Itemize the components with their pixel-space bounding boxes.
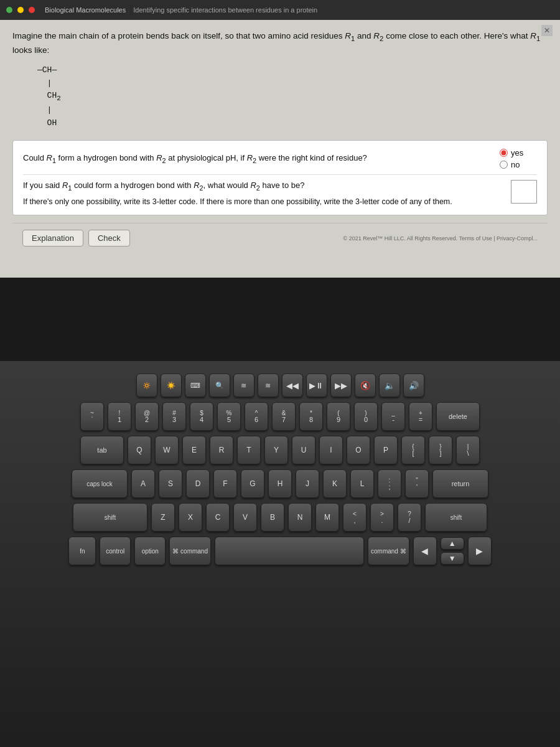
title-bar: Biological Macromolecules Identifying sp… <box>0 0 560 20</box>
t-key[interactable]: T <box>237 436 261 464</box>
question1-text: Could R1 form a hydrogen bond with R2 at… <box>23 153 490 166</box>
question2-text-block: If you said R1 could form a hydrogen bon… <box>23 180 501 207</box>
r-key[interactable]: R <box>210 436 233 464</box>
up-arrow-key[interactable]: ▲ <box>441 537 464 550</box>
quote-key[interactable]: "' <box>405 469 429 498</box>
7-key[interactable]: &7 <box>272 402 296 431</box>
ctrl-key[interactable]: control <box>100 537 131 565</box>
tilde-key[interactable]: ~` <box>80 402 104 431</box>
2-key[interactable]: @2 <box>135 402 159 431</box>
down-arrow-key[interactable]: ▼ <box>441 552 464 565</box>
number-row: ~` !1 @2 #3 $4 %5 ^6 &7 *8 (9 )0 _- += d… <box>80 402 480 431</box>
explanation-button[interactable]: Explanation <box>22 230 83 247</box>
0-key[interactable]: )0 <box>354 402 378 431</box>
1-key[interactable]: !1 <box>108 402 131 431</box>
lshift-key[interactable]: shift <box>73 503 147 532</box>
y-key[interactable]: Y <box>264 436 288 464</box>
keyboard-key[interactable]: ⌨ <box>185 374 206 397</box>
semicolon-key[interactable]: :; <box>378 469 401 498</box>
f-key[interactable]: F <box>213 469 237 498</box>
3-key[interactable]: #3 <box>162 402 186 431</box>
v-key[interactable]: V <box>233 503 257 532</box>
cmd-left-key[interactable]: ⌘ command <box>169 537 211 565</box>
5-key[interactable]: %5 <box>217 402 241 431</box>
green-dot <box>6 7 12 13</box>
slash-key[interactable]: ?/ <box>398 503 421 532</box>
answer-input[interactable] <box>511 180 537 204</box>
q-key[interactable]: Q <box>128 436 151 464</box>
content-area: ✕ Imagine the main chain of a protein be… <box>0 20 560 278</box>
j-key[interactable]: J <box>296 469 319 498</box>
no-option[interactable]: no <box>500 160 537 169</box>
n-key[interactable]: N <box>288 503 312 532</box>
a-key[interactable]: A <box>131 469 155 498</box>
space-key[interactable] <box>215 537 364 565</box>
k-key[interactable]: K <box>323 469 347 498</box>
backslash-key[interactable]: |\ <box>456 436 480 464</box>
main-question-text: Imagine the main chain of a protein bend… <box>12 30 548 57</box>
media2-key[interactable]: ≋ <box>258 374 279 397</box>
p-key[interactable]: P <box>374 436 398 464</box>
vol-down-key[interactable]: 🔈 <box>379 374 400 397</box>
question1-row: Could R1 form a hydrogen bond with R2 at… <box>23 148 537 169</box>
w-key[interactable]: W <box>155 436 179 464</box>
4-key[interactable]: $4 <box>190 402 213 431</box>
o-key[interactable]: O <box>347 436 370 464</box>
mute-key[interactable]: 🔇 <box>355 374 376 397</box>
brightness-down-key[interactable]: 🔅 <box>136 374 157 397</box>
no-radio[interactable] <box>500 161 508 169</box>
right-arrow-key[interactable]: ▶ <box>468 537 492 565</box>
capslock-key[interactable]: caps lock <box>72 469 128 498</box>
h-key[interactable]: H <box>268 469 292 498</box>
media1-key[interactable]: ≋ <box>233 374 254 397</box>
qwerty-row: tab Q W E R T Y U I O P {[ }] |\ <box>80 436 480 464</box>
period-key[interactable]: >. <box>370 503 394 532</box>
rewind-key[interactable]: ◀◀ <box>282 374 303 397</box>
zxcv-row: shift Z X C V B N M <, >. ?/ shift <box>73 503 487 532</box>
vol-up-key[interactable]: 🔊 <box>403 374 424 397</box>
c-key[interactable]: C <box>206 503 230 532</box>
x-key[interactable]: X <box>179 503 202 532</box>
9-key[interactable]: (9 <box>327 402 350 431</box>
yes-option[interactable]: yes <box>500 148 537 157</box>
option-key[interactable]: option <box>134 537 166 565</box>
rbracket-key[interactable]: }] <box>429 436 452 464</box>
yellow-dot <box>17 7 24 13</box>
e-key[interactable]: E <box>182 436 206 464</box>
yes-radio[interactable] <box>500 149 508 157</box>
g-key[interactable]: G <box>241 469 264 498</box>
cmd-right-key[interactable]: command ⌘ <box>368 537 409 565</box>
8-key[interactable]: *8 <box>299 402 323 431</box>
forward-key[interactable]: ▶▶ <box>330 374 352 397</box>
s-key[interactable]: S <box>159 469 182 498</box>
yes-no-group: yes no <box>500 148 537 169</box>
answer-input-container[interactable] <box>511 180 537 204</box>
minus-key[interactable]: _- <box>381 402 405 431</box>
app-subtitle: Identifying specific interactions betwee… <box>133 6 317 14</box>
l-key[interactable]: L <box>350 469 374 498</box>
m-key[interactable]: M <box>315 503 339 532</box>
app-title: Biological Macromolecules <box>45 6 126 14</box>
play-pause-key[interactable]: ▶⏸ <box>306 374 327 397</box>
chemical-structure: —CH— | CH2 | OH <box>37 64 548 130</box>
check-button[interactable]: Check <box>88 230 130 247</box>
d-key[interactable]: D <box>186 469 210 498</box>
lbracket-key[interactable]: {[ <box>401 436 425 464</box>
close-button[interactable]: ✕ <box>541 25 553 36</box>
u-key[interactable]: U <box>292 436 315 464</box>
asdf-row: caps lock A S D F G H J K L :; "' return <box>72 469 488 498</box>
left-arrow-key[interactable]: ◀ <box>413 537 437 565</box>
comma-key[interactable]: <, <box>343 503 366 532</box>
6-key[interactable]: ^6 <box>245 402 268 431</box>
fn-key[interactable]: fn <box>68 537 96 565</box>
tab-key[interactable]: tab <box>80 436 124 464</box>
i-key[interactable]: I <box>319 436 343 464</box>
b-key[interactable]: B <box>261 503 284 532</box>
return-key[interactable]: return <box>432 469 488 498</box>
brightness-up-key[interactable]: ☀️ <box>161 374 182 397</box>
equals-key[interactable]: += <box>409 402 432 431</box>
search-key[interactable]: 🔍 <box>209 374 230 397</box>
rshift-key[interactable]: shift <box>425 503 487 532</box>
delete-key[interactable]: delete <box>436 402 480 431</box>
z-key[interactable]: Z <box>151 503 175 532</box>
